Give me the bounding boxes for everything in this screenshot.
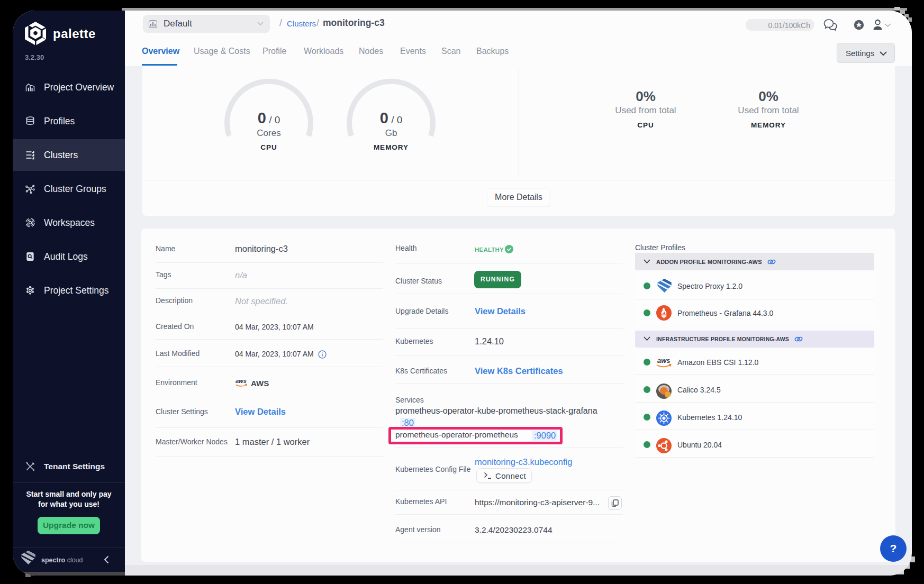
svg-text:aws: aws	[235, 378, 247, 384]
svg-text:aws: aws	[657, 357, 671, 364]
